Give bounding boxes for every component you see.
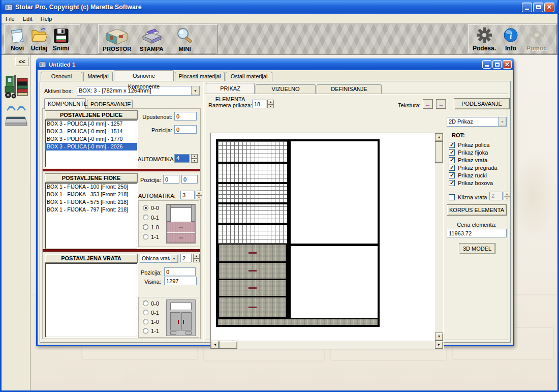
list-item[interactable]: BOX 3 - POLICA [-0 mm] - 1514 [45, 128, 137, 135]
chevron-down-icon[interactable]: ▼ [498, 117, 506, 126]
police-automatika-spinner[interactable]: ▲▼ [191, 154, 198, 163]
vrata-count-field[interactable] [180, 254, 192, 262]
close-button[interactable]: ✕ [544, 3, 554, 12]
fioke-automatika-spinner[interactable]: ▲▼ [196, 191, 202, 199]
tekstura-next-button[interactable]: → [436, 99, 446, 109]
upustenost-field[interactable] [174, 112, 197, 120]
forklift-icon[interactable] [4, 71, 28, 101]
tab-ostali-materijal[interactable]: Ostali materijal [226, 72, 272, 81]
doc-close-button[interactable]: ✕ [503, 60, 512, 69]
fioke-listbox[interactable]: BOX 1 - FIJOKA - 100 [Front: 250] BOX 1 … [45, 183, 138, 249]
checkbox-prikaz-pregrada[interactable] [449, 165, 455, 171]
menu-item-edit[interactable]: Edit [19, 15, 37, 23]
settings-button[interactable]: Podesa. [471, 25, 498, 52]
scroll-down-icon[interactable]: ▼ [435, 333, 443, 341]
scroll-left-icon[interactable]: ◄ [211, 341, 219, 349]
save-button[interactable]: Snimi [50, 25, 72, 52]
scanner-icon[interactable] [5, 105, 28, 128]
cena-field[interactable] [447, 229, 507, 237]
chevron-down-icon[interactable]: ▼ [191, 86, 199, 95]
radio-1-0[interactable] [143, 224, 148, 230]
list-item[interactable]: BOX 1 - FIJOKA - 353 [Front: 218] [45, 191, 137, 198]
menu-item-help[interactable]: Help [37, 15, 56, 23]
new-button[interactable]: Novi [7, 25, 28, 52]
list-item[interactable]: BOX 1 - FIJOKA - 100 [Front: 250] [45, 183, 137, 191]
vrata-header-button[interactable]: POSTAVLJENA VRATA [45, 254, 138, 263]
tab-definisanje-pregrada[interactable]: DEFINISANJE PREGRADA [317, 84, 382, 94]
chevron-down-icon[interactable]: ▼ [170, 254, 178, 262]
list-item[interactable]: BOX 3 - POLICA [-0 mm] - 1257 [45, 120, 137, 128]
tekstura-prev-button[interactable]: ← [423, 99, 433, 109]
radio-1-1[interactable] [143, 234, 148, 239]
police-automatika-field[interactable]: 4 [174, 154, 190, 163]
list-item[interactable]: BOX 1 - FIJOKA - 575 [Front: 218] [45, 198, 137, 206]
tab-osnovni-podaci[interactable]: Osnovni podaci [41, 72, 82, 81]
horizontal-scroll-thumb[interactable] [219, 341, 237, 349]
model-3d-button[interactable]: 3D MODEL [459, 243, 495, 254]
spinner-down-icon[interactable]: ▼ [196, 195, 202, 200]
stampa-button[interactable]: STAMPA [138, 25, 166, 52]
spinner-up-icon[interactable]: ▲ [191, 154, 198, 159]
checkbox-klizna-vrata[interactable] [449, 194, 455, 200]
list-item[interactable]: BOX 1 - FIJOKA - 797 [Front: 218] [45, 206, 137, 214]
spinner-up-icon[interactable]: ▲ [196, 191, 202, 195]
minimize-button[interactable] [522, 3, 532, 12]
spinner-down-icon[interactable]: ▼ [193, 258, 200, 263]
tab-podesavanje[interactable]: PODESAVANJE [87, 100, 133, 109]
doc-maximize-button[interactable] [492, 60, 502, 69]
razmera-spinner[interactable]: ▲▼ [267, 100, 274, 108]
vrata-listbox[interactable] [45, 263, 138, 338]
canvas-horizontal-scrollbar[interactable]: ◄ ► [211, 341, 443, 349]
checkbox-prikaz-vrata[interactable] [449, 157, 455, 163]
radio-0-0[interactable] [143, 205, 148, 210]
fioke-header-button[interactable]: POSTAVLJENE FIOKE [45, 173, 138, 183]
fioke-pozicija-field-2[interactable] [181, 175, 198, 184]
list-item-selected[interactable]: BOX 3 - POLICA [-0 mm] - 2026 [45, 143, 137, 150]
checkbox-prikaz-fijoka[interactable] [449, 149, 455, 156]
razmera-field[interactable] [252, 100, 266, 108]
mini-button[interactable]: MINI [173, 25, 197, 52]
maximize-button[interactable] [533, 3, 543, 12]
vertical-scroll-thumb[interactable] [435, 141, 443, 163]
spinner-down-icon[interactable]: ▼ [191, 159, 198, 163]
podesavanje-button[interactable]: PODESAVANJE [454, 98, 510, 109]
open-button[interactable]: Ucitaj [28, 25, 50, 52]
radio-0-0[interactable] [143, 300, 148, 306]
info-button[interactable]: i Info [501, 25, 520, 52]
police-listbox[interactable]: BOX 3 - POLICA [-0 mm] - 1257 BOX 3 - PO… [45, 119, 138, 168]
radio-1-1[interactable] [143, 328, 148, 334]
visina-field[interactable] [164, 277, 197, 285]
spinner-up-icon[interactable]: ▲ [267, 100, 274, 104]
drawing-canvas[interactable]: ▲ ▼ ◄ ► [210, 133, 444, 349]
list-item[interactable]: BOX 3 - POLICA [-0 mm] - 1770 [45, 135, 137, 143]
checkbox-prikaz-rucki[interactable] [449, 172, 455, 178]
menu-item-file[interactable]: File [2, 15, 19, 23]
tab-komponente[interactable]: KOMPONENTE [44, 98, 86, 109]
vrata-count-spinner[interactable]: ▲▼ [193, 254, 200, 262]
tab-vizuelno-kreiranje[interactable]: VIZUELNO KREIRANJE [256, 84, 316, 94]
radio-0-1[interactable] [143, 215, 148, 220]
vrata-type-combobox[interactable]: Obicna vrata ▼ [140, 254, 178, 263]
spinner-up-icon[interactable]: ▲ [193, 254, 200, 258]
prostor-button[interactable]: PROSTOR [101, 25, 134, 52]
checkbox-prikaz-boxova[interactable] [449, 180, 455, 186]
tab-plocasti-materijal[interactable]: Plocasti materijal [175, 72, 225, 81]
canvas-vertical-scrollbar[interactable]: ▲ ▼ [435, 133, 443, 341]
tab-prikaz-elementa[interactable]: PRIKAZ ELEMENTA [206, 83, 255, 94]
spinner-down-icon[interactable]: ▼ [267, 104, 274, 109]
checkbox-prikaz-polica[interactable] [449, 142, 455, 148]
scroll-right-icon[interactable]: ► [435, 341, 443, 349]
radio-1-0[interactable] [143, 319, 148, 324]
fioke-automatika-field[interactable] [180, 191, 195, 199]
scroll-up-icon[interactable]: ▲ [435, 133, 443, 141]
tab-osnovne-komponente[interactable]: Osnovne Komponente [114, 70, 174, 81]
sidebar-collapse-button[interactable]: << [15, 57, 28, 66]
police-pozicija-field[interactable] [174, 125, 197, 134]
vrata-pozicija-field[interactable] [164, 267, 196, 276]
radio-0-1[interactable] [143, 310, 148, 315]
fioke-pozicija-field-1[interactable] [163, 175, 179, 184]
tab-materijal[interactable]: Materijal [83, 72, 113, 81]
korpus-elementa-button[interactable]: KORPUS ELEMENTA [447, 204, 507, 216]
doc-minimize-button[interactable] [482, 60, 491, 69]
police-header-button[interactable]: POSTAVLJENE POLICE [45, 110, 138, 119]
